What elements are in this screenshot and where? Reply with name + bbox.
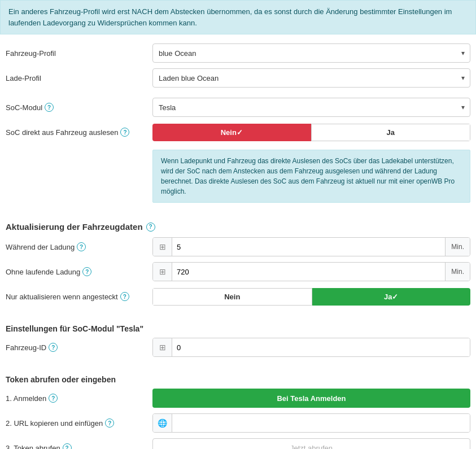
fahrzeug-profil-row: Fahrzeug-Profil blue Ocean ▾ xyxy=(6,43,470,63)
url-kopieren-label: 2. URL kopieren und einfügen ? xyxy=(6,419,152,428)
waehrend-ladung-help-icon[interactable]: ? xyxy=(77,242,86,251)
waehrend-ladung-label: Während der Ladung ? xyxy=(6,242,152,251)
url-kopieren-control: 🌐 xyxy=(152,413,470,433)
waehrend-ladung-suffix: Min. xyxy=(445,238,470,256)
ohne-ladung-input-group: ⊞ Min. xyxy=(152,262,470,281)
soc-direkt-help-icon[interactable]: ? xyxy=(120,128,129,137)
soc-direkt-row: SoC direkt aus Fahrzeug auslesen ? Nein✓… xyxy=(6,123,470,142)
anmelden-help-icon[interactable]: ? xyxy=(49,394,58,403)
token-abrufen-control: Jetzt abrufen xyxy=(152,438,470,449)
token-abrufen-row: 3. Token abrufen ? Jetzt abrufen xyxy=(6,438,470,449)
anmelden-label: 1. Anmelden ? xyxy=(6,394,152,403)
waehrend-ladung-icon: ⊞ xyxy=(153,238,172,256)
soc-direkt-ja-button[interactable]: Ja xyxy=(311,124,471,141)
soc-modul-select[interactable]: Tesla xyxy=(152,98,470,117)
soc-modul-control: Tesla ▾ xyxy=(152,98,470,117)
aktualisierung-help-icon[interactable]: ? xyxy=(146,223,155,232)
url-kopieren-globe-icon: 🌐 xyxy=(153,414,172,432)
token-abrufen-label: 3. Token abrufen ? xyxy=(6,443,152,449)
lade-profil-control: Laden blue Ocean ▾ xyxy=(152,68,470,88)
url-kopieren-row: 2. URL kopieren und einfügen ? 🌐 xyxy=(6,413,470,433)
main-form: Fahrzeug-Profil blue Ocean ▾ Lade-Profil… xyxy=(0,43,476,449)
url-kopieren-input-group: 🌐 xyxy=(152,413,470,433)
fahrzeug-id-row: Fahrzeug-ID ? ⊞ xyxy=(6,338,470,357)
ohne-ladung-help-icon[interactable]: ? xyxy=(82,267,91,276)
soc-modul-help-icon[interactable]: ? xyxy=(45,103,54,112)
nur-angesteckt-row: Nur aktualisieren wenn angesteckt ? Nein… xyxy=(6,287,470,306)
fahrzeug-profil-control: blue Ocean ▾ xyxy=(152,43,470,63)
waehrend-ladung-input[interactable] xyxy=(172,238,445,256)
fahrzeug-id-control: ⊞ xyxy=(152,338,470,357)
fahrzeug-id-input-group: ⊞ xyxy=(152,338,470,357)
fahrzeug-id-label: Fahrzeug-ID ? xyxy=(6,343,152,352)
info-banner-text: Ein anderes Fahrzeug-Profil wird erst NA… xyxy=(8,7,452,27)
url-kopieren-help-icon[interactable]: ? xyxy=(105,419,114,428)
nur-angesteckt-nein-button[interactable]: Nein xyxy=(152,288,312,306)
nur-angesteckt-ja-button[interactable]: Ja✓ xyxy=(312,288,471,306)
waehrend-ladung-row: Während der Ladung ? ⊞ Min. xyxy=(6,237,470,256)
fahrzeug-id-icon: ⊞ xyxy=(153,338,172,356)
fahrzeug-profil-select[interactable]: blue Ocean xyxy=(152,43,470,63)
lade-profil-label: Lade-Profil xyxy=(6,74,152,82)
anmelden-control: Bei Tesla Anmelden xyxy=(152,389,470,408)
soc-modul-label: SoC-Modul ? xyxy=(6,103,152,112)
soc-modul-row: SoC-Modul ? Tesla ▾ xyxy=(6,98,470,117)
token-abrufen-button[interactable]: Jetzt abrufen xyxy=(152,438,470,449)
fahrzeug-profil-label: Fahrzeug-Profil xyxy=(6,49,152,58)
token-abrufen-help-icon[interactable]: ? xyxy=(63,443,72,449)
url-kopieren-input[interactable] xyxy=(172,414,470,432)
nur-angesteckt-toggle: Nein Ja✓ xyxy=(152,288,470,306)
nur-angesteckt-help-icon[interactable]: ? xyxy=(120,292,129,301)
anmelden-button[interactable]: Bei Tesla Anmelden xyxy=(152,389,470,408)
ohne-ladung-control: ⊞ Min. xyxy=(152,262,470,281)
anmelden-row: 1. Anmelden ? Bei Tesla Anmelden xyxy=(6,389,470,408)
nur-angesteckt-label: Nur aktualisieren wenn angesteckt ? xyxy=(6,292,152,301)
token-section-title: Token abrufen oder eingeben xyxy=(6,375,470,384)
soc-direkt-label: SoC direkt aus Fahrzeug auslesen ? xyxy=(6,128,152,137)
nur-angesteckt-control: Nein Ja✓ xyxy=(152,288,470,306)
aktualisierung-section-title: Aktualisierung der Fahrzeugdaten ? xyxy=(6,222,470,232)
soc-direkt-info-text: Wenn Ladepunkt und Fahrzeug das direkte … xyxy=(161,157,455,195)
soc-direkt-info-box: Wenn Ladepunkt und Fahrzeug das direkte … xyxy=(152,150,470,203)
ohne-ladung-input[interactable] xyxy=(172,263,445,281)
soc-direkt-toggle: Nein✓ Ja xyxy=(152,124,470,141)
soc-direkt-control: Nein✓ Ja xyxy=(152,124,470,141)
soc-info-row: Wenn Ladepunkt und Fahrzeug das direkte … xyxy=(152,147,470,203)
ohne-ladung-suffix: Min. xyxy=(445,263,470,281)
soc-direkt-nein-button[interactable]: Nein✓ xyxy=(152,124,311,141)
lade-profil-row: Lade-Profil Laden blue Ocean ▾ xyxy=(6,68,470,88)
ohne-ladung-label: Ohne laufende Ladung ? xyxy=(6,267,152,276)
fahrzeug-id-help-icon[interactable]: ? xyxy=(49,343,58,352)
waehrend-ladung-input-group: ⊞ Min. xyxy=(152,237,470,256)
fahrzeug-id-input[interactable] xyxy=(172,338,470,356)
soc-modul-select-wrapper: Tesla ▾ xyxy=(152,98,470,117)
lade-profil-select-wrapper: Laden blue Ocean ▾ xyxy=(152,68,470,88)
fahrzeug-profil-select-wrapper: blue Ocean ▾ xyxy=(152,43,470,63)
ohne-ladung-row: Ohne laufende Ladung ? ⊞ Min. xyxy=(6,262,470,281)
ohne-ladung-icon: ⊞ xyxy=(153,263,172,281)
info-banner: Ein anderes Fahrzeug-Profil wird erst NA… xyxy=(0,0,476,34)
einstellungen-section-title: Einstellungen für SoC-Modul "Tesla" xyxy=(6,324,470,333)
waehrend-ladung-control: ⊞ Min. xyxy=(152,237,470,256)
soc-info-control: Wenn Ladepunkt und Fahrzeug das direkte … xyxy=(152,147,470,203)
lade-profil-select[interactable]: Laden blue Ocean xyxy=(152,68,470,88)
